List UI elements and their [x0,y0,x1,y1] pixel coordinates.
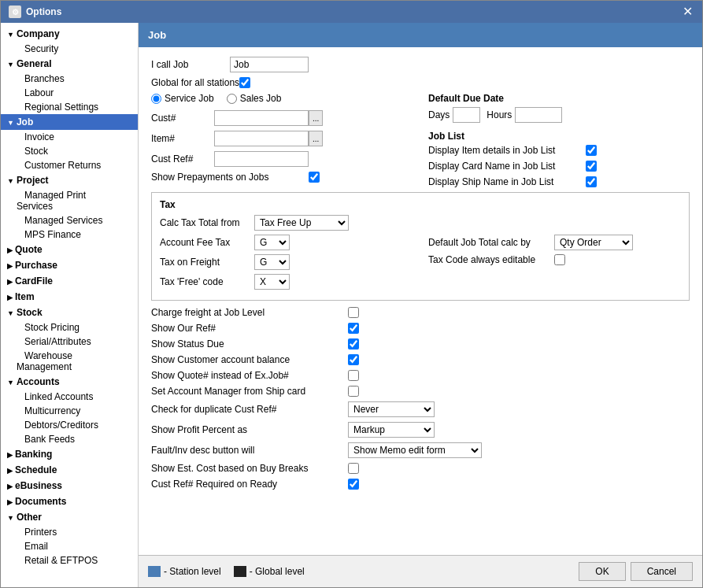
show-cust-balance-row: Show Customer account balance [151,354,690,365]
cust-input[interactable] [214,110,309,126]
expand-icon: ▶ [7,278,13,286]
col-right-main: Default Due Date Days Hours Job List [428,93,690,192]
sidebar-item-stock-pricing[interactable]: Stock Pricing [1,320,138,335]
show-est-cost-cb[interactable] [348,463,359,474]
cust-row: Cust# ... [151,110,413,126]
i-call-job-input[interactable] [230,57,309,72]
sidebar-item-branches[interactable]: Branches [1,72,138,86]
job-list-cb-1[interactable] [586,161,597,172]
close-button[interactable]: ✕ [681,6,694,18]
sidebar-item-mps-finance[interactable]: MPS Finance [1,227,138,242]
show-cust-balance-cb[interactable] [348,354,359,365]
sidebar-item-invoice[interactable]: Invoice [1,130,138,144]
sidebar-item-quote[interactable]: ▶Quote [1,242,138,257]
sidebar-item-debtors-creditors[interactable]: Debtors/Creditors [1,418,138,432]
sidebar-item-retail-eftpos[interactable]: Retail & EFTPOS [1,553,138,568]
show-our-ref-cb[interactable] [348,323,359,334]
set-account-manager-cb[interactable] [348,386,359,397]
show-prepayments-checkbox[interactable] [309,172,320,183]
default-calc-select[interactable]: Qty OrderQty OrderedQty Shipped [554,235,633,250]
expand-icon: ▼ [7,61,14,68]
expand-icon: ▼ [7,31,14,39]
job-list-cb-2[interactable] [586,176,597,187]
service-job-radio[interactable] [151,94,161,104]
sidebar-item-serial-attributes[interactable]: Serial/Attributes [1,335,138,349]
global-stations-label: Global for all stations [151,77,239,88]
free-code-row: Tax 'Free' code XGN [160,274,413,290]
sidebar-item-other[interactable]: ▼Other [1,509,138,525]
item-row: Item# ... [151,131,413,146]
expand-icon: ▶ [7,451,13,459]
sidebar-item-labour[interactable]: Labour [1,86,138,100]
window-title: Options [26,6,61,17]
sales-job-radio[interactable] [227,94,237,104]
sidebar-item-warehouse[interactable]: Warehouse Management [1,349,138,374]
cust-label: Cust# [151,113,214,124]
freight-select[interactable]: GXN [254,254,290,270]
sidebar-item-multicurrency[interactable]: Multicurrency [1,404,138,418]
show-profit-select[interactable]: MarkupMargin [348,422,435,438]
sidebar-item-printers[interactable]: Printers [1,525,138,539]
sidebar-item-schedule[interactable]: ▶Schedule [1,462,138,478]
fault-inv-row: Fault/Inv desc button will Show Memo edi… [151,442,690,458]
sidebar-item-security[interactable]: Security [1,42,138,56]
job-list-cb-0[interactable] [586,145,597,156]
i-call-job-label: I call Job [151,59,230,70]
sidebar-item-purchase[interactable]: ▶Purchase [1,257,138,273]
default-calc-label: Default Job Total calc by [428,237,554,248]
cust-ellipsis-button[interactable]: ... [309,110,323,126]
charge-freight-cb[interactable] [348,307,359,318]
sidebar-item-banking[interactable]: ▶Banking [1,446,138,462]
expand-icon: ▼ [7,119,14,127]
sidebar-item-stock-top[interactable]: ▼Stock [1,305,138,320]
sidebar-item-documents[interactable]: ▶Documents [1,494,138,509]
always-editable-row: Tax Code always editable [428,254,681,265]
sidebar-item-regional-settings[interactable]: Regional Settings [1,100,138,114]
service-job-radio-label[interactable]: Service Job [151,93,214,104]
sidebar-item-company[interactable]: ▼Company [1,26,138,42]
sidebar-item-managed-print[interactable]: Managed Print Services [1,188,138,213]
global-stations-checkbox[interactable] [239,77,250,88]
show-cust-balance-label: Show Customer account balance [151,354,348,365]
sidebar-item-ebusiness[interactable]: ▶eBusiness [1,478,138,494]
calc-tax-select[interactable]: Tax Free Up Tax Free Down Inclusive [254,215,349,231]
sidebar-item-general[interactable]: ▼General [1,56,138,72]
sidebar-item-linked-accounts[interactable]: Linked Accounts [1,390,138,404]
show-quote-cb[interactable] [348,370,359,381]
global-label: - Global level [250,566,305,577]
fault-inv-select[interactable]: Show Memo edit formOpen editor [348,442,482,458]
item-ellipsis-button[interactable]: ... [309,131,323,146]
calc-tax-row: Calc Tax Total from Tax Free Up Tax Free… [160,215,681,231]
app-icon: ⚙ [9,6,21,18]
i-call-job-row: I call Job [151,57,690,72]
titlebar-left: ⚙ Options [9,6,61,18]
ok-button[interactable]: OK [579,562,625,581]
sidebar-item-cardfile[interactable]: ▶CardFile [1,273,138,289]
always-editable-checkbox[interactable] [554,254,565,265]
days-label: Days [428,109,450,120]
days-input[interactable] [453,107,480,123]
sidebar-item-managed-services[interactable]: Managed Services [1,213,138,227]
sidebar-item-customer-returns[interactable]: Customer Returns [1,158,138,172]
cust-ref-input[interactable] [214,151,309,167]
free-code-select[interactable]: XGN [254,274,290,290]
sidebar-item-stock[interactable]: Stock [1,144,138,158]
account-fee-select[interactable]: GXN [254,235,290,250]
free-code-label: Tax 'Free' code [160,276,254,287]
sidebar-item-bank-feeds[interactable]: Bank Feeds [1,432,138,446]
sidebar-item-item[interactable]: ▶Item [1,289,138,305]
sidebar-item-job[interactable]: ▼Job [1,114,138,130]
cancel-button[interactable]: Cancel [631,562,693,581]
duplicate-cust-select[interactable]: NeverWarningError [348,401,435,417]
item-input[interactable] [214,131,309,146]
account-fee-label: Account Fee Tax [160,237,254,248]
cust-ref-required-cb[interactable] [348,479,359,490]
sidebar-item-email[interactable]: Email [1,539,138,553]
sidebar-item-accounts[interactable]: ▼Accounts [1,374,138,390]
tax-col-right: Default Job Total calc by Qty OrderQty O… [428,235,681,294]
sidebar-item-project[interactable]: ▼Project [1,172,138,188]
sales-job-label: Sales Job [240,93,282,104]
hours-input[interactable] [515,107,562,123]
sales-job-radio-label[interactable]: Sales Job [227,93,282,104]
show-status-due-cb[interactable] [348,338,359,349]
